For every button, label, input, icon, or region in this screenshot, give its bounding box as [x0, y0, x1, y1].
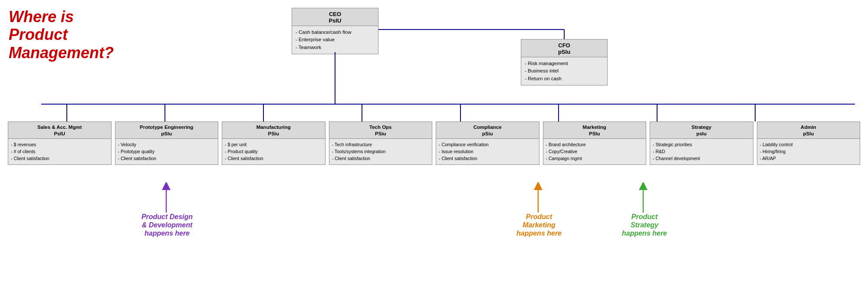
dept-compliance-body: - Compliance verification- Issue resolut…: [436, 139, 539, 164]
dept-admin-body: - Liability control- Hiring/firing- AR/A…: [757, 139, 860, 164]
cfo-body: - Risk management - Business intel - Ret…: [521, 57, 607, 85]
product-design-label: Product Design& Developmenthappens here: [128, 213, 206, 238]
cfo-box: CFOpSIu - Risk management - Business int…: [521, 39, 608, 85]
dept-marketing: MarketingPSIu - Brand architecture- Copy…: [543, 121, 647, 165]
dept-marketing-body: - Brand architecture- Copy/Creative- Cam…: [543, 139, 646, 164]
dept-row: Sales & Acc. MgmtPsIU - $ revenues- # of…: [8, 121, 860, 165]
dept-compliance-header: CompliancepSiu: [436, 122, 539, 139]
dept-prototype-body: - Velocity- Prototype quality- Client sa…: [115, 139, 218, 164]
product-strategy-label: ProductStrategyhappens here: [605, 213, 684, 238]
dept-techops-body: - Tech infrastructure- Tools/systems int…: [329, 139, 432, 164]
dept-marketing-header: MarketingPSIu: [543, 122, 646, 139]
dept-manufacturing: ManufacturingPSiu - $ per unit- Product …: [222, 121, 326, 165]
dept-strategy-body: - Strategic priorities- R&D- Channel dev…: [650, 139, 753, 164]
dept-sales: Sales & Acc. MgmtPsIU - $ revenues- # of…: [8, 121, 112, 165]
ceo-header: CEOPsIU: [292, 8, 378, 26]
dept-prototype-header: Prototype EngineeringpSIu: [115, 122, 218, 139]
product-marketing-arrow: [529, 182, 555, 217]
dept-strategy-header: StrategypsIu: [650, 122, 753, 139]
product-marketing-label: ProductMarketinghappens here: [500, 213, 578, 238]
cfo-subtitle: pSIu: [558, 49, 570, 55]
page-title: Where isProductManagement?: [9, 8, 114, 62]
dept-sales-body: - $ revenues- # of clients- Client satis…: [8, 139, 111, 164]
dept-admin-header: AdminpSIu: [757, 122, 860, 139]
page-wrapper: Where isProductManagement? CEOPsIU - Cas…: [0, 0, 868, 292]
dept-techops-header: Tech OpsPSiu: [329, 122, 432, 139]
ceo-subtitle: PsIU: [329, 17, 342, 24]
dept-sales-header: Sales & Acc. MgmtPsIU: [8, 122, 111, 139]
dept-prototype: Prototype EngineeringpSIu - Velocity- Pr…: [115, 121, 219, 165]
cfo-header: CFOpSIu: [521, 39, 607, 57]
ceo-box: CEOPsIU - Cash balance/cash flow - Enter…: [292, 8, 378, 54]
dept-compliance: CompliancepSiu - Compliance verification…: [436, 121, 539, 165]
dept-manufacturing-header: ManufacturingPSiu: [222, 122, 325, 139]
product-strategy-arrow: [634, 182, 660, 217]
ceo-body: - Cash balance/cash flow - Enterprise va…: [292, 26, 378, 54]
dept-techops: Tech OpsPSiu - Tech infrastructure- Tool…: [329, 121, 433, 165]
product-design-arrow: [148, 182, 174, 217]
dept-strategy: StrategypsIu - Strategic priorities- R&D…: [650, 121, 753, 165]
dept-manufacturing-body: - $ per unit- Product quality- Client sa…: [222, 139, 325, 164]
dept-admin: AdminpSIu - Liability control- Hiring/fi…: [757, 121, 861, 165]
